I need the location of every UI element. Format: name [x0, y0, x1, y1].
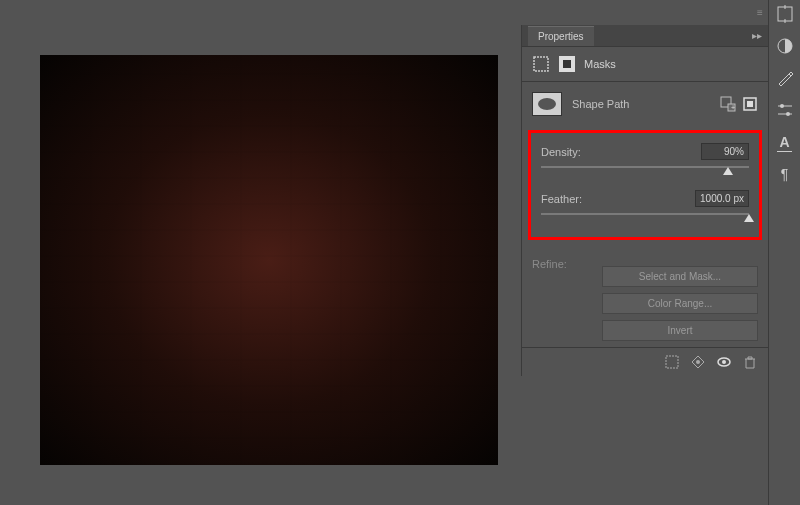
density-slider[interactable]	[541, 162, 749, 176]
vector-mask-icon[interactable]	[558, 55, 576, 73]
density-label: Density:	[541, 146, 581, 158]
refine-label: Refine:	[532, 258, 567, 270]
mask-thumbnail[interactable]	[532, 92, 562, 116]
svg-rect-0	[534, 57, 548, 71]
right-toolbar: A ¶	[768, 0, 800, 505]
brick-wall-image	[40, 55, 498, 465]
svg-point-20	[786, 112, 790, 116]
svg-text:+: +	[731, 104, 735, 111]
picker-icon[interactable]	[775, 4, 795, 24]
shape-path-label: Shape Path	[572, 98, 630, 110]
masks-row: Masks	[522, 47, 768, 82]
shape-path-row: Shape Path +	[522, 82, 768, 126]
properties-tab[interactable]: Properties	[528, 26, 594, 46]
character-icon[interactable]: A	[777, 132, 791, 152]
feather-section: Feather: 1000.0 px	[535, 186, 755, 223]
brush-icon[interactable]	[775, 68, 795, 88]
visibility-icon[interactable]	[716, 354, 732, 370]
panel-grip-icon[interactable]: ≡	[757, 3, 765, 21]
feather-value-input[interactable]: 1000.0 px	[695, 190, 749, 207]
svg-rect-8	[747, 101, 753, 107]
feather-label: Feather:	[541, 193, 582, 205]
delete-icon[interactable]	[742, 354, 758, 370]
panel-footer	[522, 347, 768, 376]
canvas-viewport[interactable]	[40, 55, 498, 465]
svg-rect-13	[778, 7, 792, 21]
svg-rect-2	[563, 60, 571, 68]
properties-panel: Properties ▸▸ Masks Shape Path +	[522, 25, 768, 376]
density-section: Density: 90%	[535, 139, 755, 176]
highlighted-region: Density: 90% Feather: 1000.0 px	[528, 130, 762, 240]
paragraph-icon[interactable]: ¶	[775, 164, 795, 184]
invert-button[interactable]: Invert	[602, 320, 758, 341]
adjustments-icon[interactable]	[775, 36, 795, 56]
svg-point-19	[780, 104, 784, 108]
density-value-input[interactable]: 90%	[701, 143, 749, 160]
select-mask-icon[interactable]	[742, 96, 758, 112]
svg-point-10	[696, 360, 700, 364]
add-mask-icon[interactable]: +	[720, 96, 736, 112]
collapse-icon[interactable]: ▸▸	[752, 30, 762, 41]
color-range-button[interactable]: Color Range...	[602, 293, 758, 314]
load-selection-icon[interactable]	[664, 354, 680, 370]
select-and-mask-button[interactable]: Select and Mask...	[602, 266, 758, 287]
svg-point-3	[538, 98, 556, 110]
sliders-icon[interactable]	[775, 100, 795, 120]
feather-slider[interactable]	[541, 209, 749, 223]
svg-rect-9	[666, 356, 678, 368]
panel-header: Properties ▸▸	[522, 25, 768, 47]
pixel-mask-icon[interactable]	[532, 55, 550, 73]
masks-label: Masks	[584, 58, 616, 70]
apply-mask-icon[interactable]	[690, 354, 706, 370]
svg-point-12	[722, 360, 726, 364]
